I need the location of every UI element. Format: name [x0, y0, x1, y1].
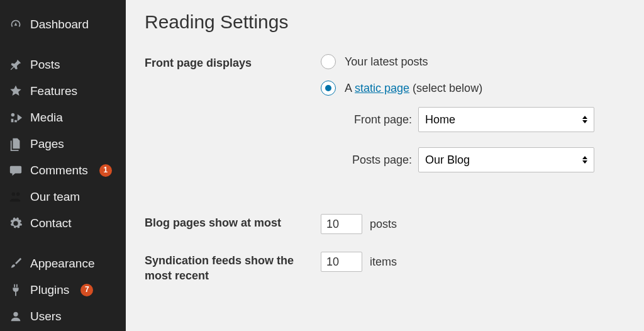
feeds-label: Syndication feeds show the most recent: [145, 252, 321, 284]
media-icon: [9, 111, 23, 125]
select-caret-icon: [582, 116, 587, 124]
sidebar-item-contact[interactable]: Contact: [0, 210, 126, 237]
dashboard-icon: [9, 18, 23, 31]
user-icon: [9, 310, 23, 323]
sidebar-item-label: Media: [30, 111, 63, 125]
radio-label: Your latest posts: [345, 55, 428, 69]
sidebar-item-users[interactable]: Users: [0, 303, 126, 330]
sidebar-item-our-team[interactable]: Our team: [0, 184, 126, 210]
sidebar-item-label: Dashboard: [30, 18, 89, 31]
radio-icon[interactable]: [321, 54, 336, 69]
plug-icon: [9, 283, 23, 297]
feeds-input[interactable]: [321, 252, 362, 272]
sidebar-item-label: Features: [30, 85, 77, 98]
select-value: Home: [425, 113, 455, 126]
front-page-select[interactable]: Home: [418, 107, 594, 132]
select-value: Our Blog: [425, 154, 470, 167]
gear-icon: [9, 216, 23, 230]
front-page-select-label: Front page:: [340, 113, 418, 126]
sidebar-item-label: Users: [30, 310, 62, 323]
posts-page-select-label: Posts page:: [340, 154, 418, 167]
brush-icon: [9, 257, 23, 271]
blog-pages-label: Blog pages show at most: [145, 214, 321, 230]
sidebar-item-appearance[interactable]: Appearance: [0, 250, 126, 277]
sidebar-item-posts[interactable]: Posts: [0, 52, 126, 78]
radio-label: A static page (select below): [345, 82, 482, 95]
radio-static-page[interactable]: A static page (select below): [321, 81, 626, 96]
sidebar-item-dashboard[interactable]: Dashboard: [0, 11, 126, 38]
radio-latest-posts[interactable]: Your latest posts: [321, 54, 626, 69]
sidebar-item-label: Pages: [30, 138, 64, 151]
select-caret-icon: [582, 156, 587, 164]
sidebar-item-pages[interactable]: Pages: [0, 131, 126, 157]
static-page-link[interactable]: static page: [355, 82, 409, 94]
blog-pages-input[interactable]: [321, 214, 362, 234]
sidebar-item-label: Plugins: [30, 284, 69, 297]
sidebar-item-label: Comments: [30, 164, 88, 177]
feeds-unit: items: [370, 255, 397, 269]
comments-badge: 1: [99, 164, 112, 177]
sidebar-item-label: Contact: [30, 217, 71, 230]
sidebar-item-label: Posts: [30, 59, 60, 72]
plugins-badge: 7: [80, 284, 93, 296]
sidebar-item-label: Appearance: [30, 257, 94, 271]
blog-pages-unit: posts: [370, 218, 397, 231]
posts-page-select[interactable]: Our Blog: [418, 147, 594, 172]
radio-icon[interactable]: [321, 81, 336, 96]
sidebar-item-label: Our team: [30, 191, 80, 204]
sidebar-item-comments[interactable]: Comments 1: [0, 157, 126, 184]
sidebar-item-plugins[interactable]: Plugins 7: [0, 277, 126, 303]
comment-icon: [9, 164, 23, 177]
sidebar-item-features[interactable]: Features: [0, 78, 126, 104]
page-title: Reading Settings: [145, 11, 626, 33]
main-content: Reading Settings Front page displays You…: [126, 0, 644, 331]
sidebar-item-media[interactable]: Media: [0, 104, 126, 131]
front-page-section-label: Front page displays: [145, 54, 321, 70]
pages-icon: [9, 137, 23, 151]
star-icon: [9, 84, 23, 98]
team-icon: [9, 190, 23, 204]
pin-icon: [9, 58, 23, 72]
admin-sidebar: Dashboard Posts Features Media Pages Com…: [0, 0, 126, 331]
